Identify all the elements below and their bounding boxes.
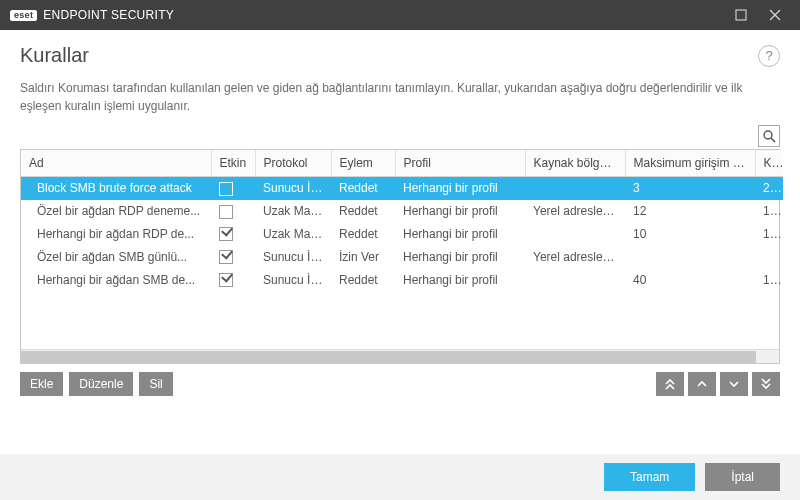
cell-profile: Herhangi bir profil bbox=[395, 177, 525, 200]
cell-ka: 20 bbox=[755, 177, 783, 200]
cell-action: İzin Ver bbox=[331, 245, 395, 268]
cell-max-attempts: 12 bbox=[625, 200, 755, 223]
col-ka[interactable]: Ka... bbox=[755, 150, 783, 177]
svg-rect-0 bbox=[736, 10, 746, 20]
search-button[interactable] bbox=[758, 125, 780, 147]
cell-name: Herhangi bir ağdan SMB de... bbox=[21, 268, 211, 291]
cell-protocol: Uzak Masa... bbox=[255, 223, 331, 246]
brand-badge: eset bbox=[10, 10, 37, 21]
cell-profile: Herhangi bir profil bbox=[395, 200, 525, 223]
down-icon bbox=[728, 378, 740, 390]
col-max-attempts[interactable]: Maksimum girişim sayısı bbox=[625, 150, 755, 177]
cell-max-attempts bbox=[625, 245, 755, 268]
col-source-zones[interactable]: Kaynak bölgeler bbox=[525, 150, 625, 177]
edit-button[interactable]: Düzenle bbox=[69, 372, 133, 396]
table-row[interactable]: Block SMB brute force attackSunucu İl...… bbox=[21, 177, 783, 200]
move-down-button[interactable] bbox=[720, 372, 748, 396]
col-protocol[interactable]: Protokol bbox=[255, 150, 331, 177]
up-icon bbox=[696, 378, 708, 390]
checkbox[interactable] bbox=[219, 182, 233, 196]
cell-ka bbox=[755, 245, 783, 268]
cell-protocol: Sunucu İl... bbox=[255, 268, 331, 291]
brand-text: ENDPOINT SECURITY bbox=[43, 8, 174, 22]
cell-source-zones bbox=[525, 268, 625, 291]
dialog-header: Kurallar ? bbox=[0, 30, 800, 75]
cell-protocol: Sunucu İl... bbox=[255, 177, 331, 200]
table-row[interactable]: Herhangi bir ağdan RDP de...Uzak Masa...… bbox=[21, 223, 783, 246]
cell-enabled[interactable] bbox=[211, 223, 255, 246]
cell-name: Block SMB brute force attack bbox=[21, 177, 211, 200]
svg-line-4 bbox=[771, 138, 775, 142]
table-row[interactable]: Özel bir ağdan SMB günlü...Sunucu İl...İ… bbox=[21, 245, 783, 268]
help-button[interactable]: ? bbox=[758, 45, 780, 67]
cell-max-attempts: 40 bbox=[625, 268, 755, 291]
table-row[interactable]: Herhangi bir ağdan SMB de...Sunucu İl...… bbox=[21, 268, 783, 291]
cell-ka: 10 bbox=[755, 200, 783, 223]
close-button[interactable] bbox=[760, 0, 790, 30]
col-action[interactable]: Eylem bbox=[331, 150, 395, 177]
checkbox[interactable] bbox=[219, 250, 233, 264]
add-button[interactable]: Ekle bbox=[20, 372, 63, 396]
double-down-icon bbox=[760, 378, 772, 390]
move-up-button[interactable] bbox=[688, 372, 716, 396]
checkbox[interactable] bbox=[219, 205, 233, 219]
ok-button[interactable]: Tamam bbox=[604, 463, 695, 491]
cell-name: Özel bir ağdan SMB günlü... bbox=[21, 245, 211, 268]
col-profile[interactable]: Profil bbox=[395, 150, 525, 177]
search-icon bbox=[762, 129, 776, 143]
col-name[interactable]: Ad bbox=[21, 150, 211, 177]
svg-point-3 bbox=[764, 131, 772, 139]
table-header-row: Ad Etkin Protokol Eylem Profil Kaynak bö… bbox=[21, 150, 783, 177]
cell-profile: Herhangi bir profil bbox=[395, 268, 525, 291]
cell-source-zones: Yerel adresler,... bbox=[525, 245, 625, 268]
cell-max-attempts: 3 bbox=[625, 177, 755, 200]
cell-enabled[interactable] bbox=[211, 177, 255, 200]
cell-ka: 10 bbox=[755, 223, 783, 246]
page-title: Kurallar bbox=[20, 44, 89, 67]
col-enabled[interactable]: Etkin bbox=[211, 150, 255, 177]
cell-action: Reddet bbox=[331, 177, 395, 200]
move-bottom-button[interactable] bbox=[752, 372, 780, 396]
cell-enabled[interactable] bbox=[211, 200, 255, 223]
horizontal-scrollbar[interactable] bbox=[21, 349, 779, 363]
cell-source-zones: Yerel adresler,... bbox=[525, 200, 625, 223]
scrollbar-thumb[interactable] bbox=[21, 351, 756, 363]
cell-enabled[interactable] bbox=[211, 268, 255, 291]
brand: eset ENDPOINT SECURITY bbox=[10, 8, 174, 22]
rules-table: Ad Etkin Protokol Eylem Profil Kaynak bö… bbox=[20, 149, 780, 364]
cell-action: Reddet bbox=[331, 268, 395, 291]
cell-action: Reddet bbox=[331, 200, 395, 223]
move-top-button[interactable] bbox=[656, 372, 684, 396]
checkbox[interactable] bbox=[219, 273, 233, 287]
cell-profile: Herhangi bir profil bbox=[395, 223, 525, 246]
cell-protocol: Uzak Masa... bbox=[255, 200, 331, 223]
cell-enabled[interactable] bbox=[211, 245, 255, 268]
cell-profile: Herhangi bir profil bbox=[395, 245, 525, 268]
dialog-description: Saldırı Koruması tarafından kullanılan g… bbox=[0, 75, 800, 125]
double-up-icon bbox=[664, 378, 676, 390]
cancel-button[interactable]: İptal bbox=[705, 463, 780, 491]
cell-name: Özel bir ağdan RDP deneme... bbox=[21, 200, 211, 223]
dialog-footer: Tamam İptal bbox=[0, 454, 800, 500]
cell-max-attempts: 10 bbox=[625, 223, 755, 246]
delete-button[interactable]: Sil bbox=[139, 372, 172, 396]
minimize-button[interactable] bbox=[726, 0, 756, 30]
table-row[interactable]: Özel bir ağdan RDP deneme...Uzak Masa...… bbox=[21, 200, 783, 223]
cell-source-zones bbox=[525, 223, 625, 246]
cell-protocol: Sunucu İl... bbox=[255, 245, 331, 268]
cell-source-zones bbox=[525, 177, 625, 200]
cell-ka: 10 bbox=[755, 268, 783, 291]
titlebar: eset ENDPOINT SECURITY bbox=[0, 0, 800, 30]
checkbox[interactable] bbox=[219, 227, 233, 241]
cell-action: Reddet bbox=[331, 223, 395, 246]
cell-name: Herhangi bir ağdan RDP de... bbox=[21, 223, 211, 246]
